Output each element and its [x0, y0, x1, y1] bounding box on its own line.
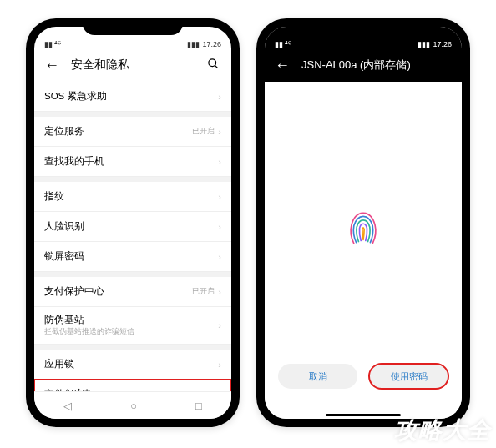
page-title: JSN-AL00a (内部存储) — [301, 58, 455, 73]
chevron-icon: › — [218, 92, 221, 102]
item-label: 支付保护中心 — [44, 285, 192, 298]
screen-settings: ▮▮ ⁴ᴳ ▮▮▮ 17:26 ← 安全和隐私 SOS 紧急求助 › — [34, 27, 231, 419]
nav-back-icon[interactable]: ◁ — [63, 400, 72, 412]
header: ← JSN-AL00a (内部存储) — [265, 48, 462, 82]
item-label: 指纹 — [44, 190, 218, 203]
nav-recent-icon[interactable]: □ — [195, 400, 202, 412]
item-label: SOS 紧急求助 — [44, 90, 218, 103]
item-label: 文件保密柜 — [44, 388, 218, 391]
network-icon: ⁴ᴳ — [285, 40, 291, 48]
back-icon[interactable]: ← — [271, 57, 293, 74]
chevron-icon: › — [218, 127, 221, 137]
signal-icon: ▮▮ — [44, 40, 53, 48]
battery-icon: ▮▮▮ — [187, 40, 200, 48]
item-label: 应用锁 — [44, 358, 218, 370]
bottom-actions: 取消 使用密码 — [265, 352, 462, 419]
use-password-button[interactable]: 使用密码 — [369, 364, 448, 389]
fingerprint-icon[interactable] — [340, 206, 387, 253]
status-time: 17:26 — [433, 40, 452, 48]
item-label: 锁屏密码 — [44, 250, 218, 263]
chevron-icon: › — [218, 157, 221, 167]
svg-line-1 — [215, 65, 217, 68]
settings-list: SOS 紧急求助 › 定位服务 已开启 › 查找我的手机 › 指纹 › — [34, 82, 231, 391]
notch — [83, 18, 183, 35]
item-label: 防伪基站 — [44, 314, 218, 326]
back-icon[interactable]: ← — [41, 57, 63, 74]
chevron-icon: › — [218, 320, 221, 330]
search-icon[interactable] — [202, 58, 225, 73]
network-icon: ⁴ᴳ — [54, 40, 61, 48]
item-label: 查找我的手机 — [44, 155, 218, 168]
battery-icon: ▮▮▮ — [418, 40, 430, 48]
chevron-icon: › — [218, 252, 221, 262]
item-label: 定位服务 — [44, 125, 192, 138]
nav-bar: ◁ ○ □ — [34, 391, 231, 419]
item-fingerprint[interactable]: 指纹 › — [34, 182, 231, 212]
page-title: 安全和隐私 — [71, 58, 194, 73]
item-label: 人脸识别 — [44, 220, 218, 233]
item-fake-basestation[interactable]: 防伪基站 拦截伪基站推送的诈骗短信 › — [34, 307, 231, 345]
item-sos[interactable]: SOS 紧急求助 › — [34, 82, 231, 112]
item-lock-password[interactable]: 锁屏密码 › — [34, 242, 231, 272]
chevron-icon: › — [218, 192, 221, 202]
watermark: 攻略大全 — [394, 415, 491, 446]
item-sublabel: 拦截伪基站推送的诈骗短信 — [44, 327, 218, 337]
notch — [313, 18, 413, 35]
phone-left: ▮▮ ⁴ᴳ ▮▮▮ 17:26 ← 安全和隐私 SOS 紧急求助 › — [26, 18, 240, 427]
phone-right: ▮▮ ⁴ᴳ ▮▮▮ 17:26 ← JSN-AL00a (内部存储) — [256, 18, 470, 427]
signal-icon: ▮▮ — [275, 40, 283, 48]
item-find-phone[interactable]: 查找我的手机 › — [34, 147, 231, 177]
item-file-safe[interactable]: 文件保密柜 › — [34, 380, 231, 391]
status-time: 17:26 — [202, 40, 221, 48]
chevron-icon: › — [218, 287, 221, 297]
cancel-button[interactable]: 取消 — [278, 364, 357, 389]
home-indicator[interactable] — [326, 414, 401, 416]
chevron-icon: › — [218, 222, 221, 232]
item-app-lock[interactable]: 应用锁 › — [34, 350, 231, 380]
fingerprint-area — [265, 82, 462, 352]
item-face[interactable]: 人脸识别 › — [34, 212, 231, 242]
item-payment-protection[interactable]: 支付保护中心 已开启 › — [34, 277, 231, 307]
item-status: 已开启 — [192, 286, 215, 297]
screen-fingerprint: ▮▮ ⁴ᴳ ▮▮▮ 17:26 ← JSN-AL00a (内部存储) — [265, 27, 462, 419]
nav-home-icon[interactable]: ○ — [130, 400, 137, 412]
chevron-icon: › — [218, 390, 221, 392]
chevron-icon: › — [218, 360, 221, 370]
item-status: 已开启 — [192, 126, 215, 137]
item-location[interactable]: 定位服务 已开启 › — [34, 117, 231, 147]
header: ← 安全和隐私 — [34, 48, 231, 82]
svg-point-0 — [209, 59, 216, 67]
